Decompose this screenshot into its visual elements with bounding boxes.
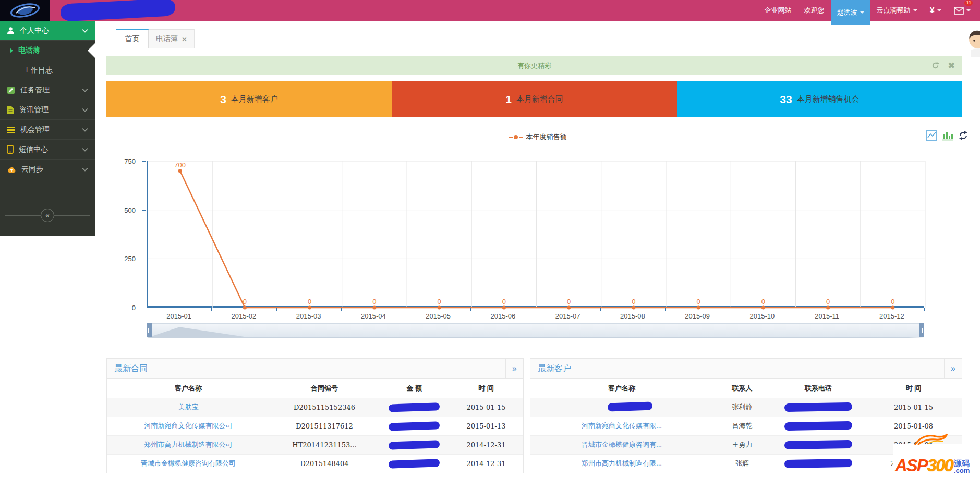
customer-cell: 河南新宛商文化传媒有限公司 — [107, 417, 270, 435]
sidebar-item-news-management[interactable]: 资讯管理 — [0, 100, 95, 120]
customer-cell: 美肤宝 — [530, 398, 713, 417]
column-header: 客户名称 — [107, 379, 270, 398]
customer-link[interactable]: 晋城市金橄榄健康咨询有... — [582, 441, 662, 448]
customer-link[interactable]: 晋城市金橄榄健康咨询有限公司 — [141, 459, 236, 467]
panel-header: 最新合同 » — [107, 359, 523, 379]
sidebar-item-sms-center[interactable]: 短信中心 — [0, 140, 95, 160]
panel-title: 最新合同 — [114, 363, 505, 374]
mail-badge: 11 — [964, 0, 973, 6]
close-icon[interactable]: ✖ — [948, 60, 955, 70]
data-point-label: 0 — [567, 298, 571, 305]
customer-link[interactable]: 郑州市高力机械制造有限公司 — [144, 441, 233, 448]
panel-header: 最新客户 » — [530, 359, 962, 379]
sales-line-chart[interactable]: 70000000000000 — [147, 161, 924, 308]
topbar-link-welcome[interactable]: 欢迎您 — [798, 0, 831, 21]
customer-link[interactable]: 河南新宛商文化传媒有限公司 — [144, 422, 233, 430]
stat-value: 3 — [220, 93, 226, 106]
stat-label: 本月新增合同 — [516, 94, 563, 104]
x-axis-label: 2015-02 — [232, 312, 257, 320]
mascot-avatar[interactable] — [964, 28, 980, 59]
sidebar-item-cloud-sync[interactable]: 云同步 — [0, 160, 95, 179]
x-axis-tick — [795, 308, 795, 311]
chart-point-labels: 70000000000000 — [148, 161, 925, 308]
x-axis-label: 2015-05 — [426, 312, 451, 320]
watermark-text: .com — [954, 467, 970, 474]
x-axis-label: 2015-10 — [750, 312, 775, 320]
customer-link[interactable]: 美肤宝 — [178, 403, 199, 411]
watermark-text: 源码 — [954, 459, 970, 467]
x-axis-tick — [730, 308, 730, 311]
topbar-help-menu[interactable]: 云点滴帮助 — [870, 0, 924, 21]
sidebar-collapse-toggle[interactable]: « — [0, 204, 95, 226]
y-axis-tick — [142, 259, 146, 259]
tab-label: 首页 — [125, 34, 140, 44]
phone-cell — [771, 454, 865, 473]
line-chart-icon[interactable] — [926, 130, 937, 141]
sidebar-item-task-management[interactable]: 任务管理 — [0, 80, 95, 100]
customer-link[interactable]: 郑州市高力机械制造有限... — [582, 459, 662, 467]
y-axis-label: 500 — [124, 206, 136, 214]
sidebar-item-phonebook[interactable]: 电话薄 — [0, 41, 95, 60]
x-axis-tick — [276, 308, 277, 311]
topbar-user-menu[interactable]: 赵洪波 — [831, 0, 870, 25]
caret-down-icon — [966, 9, 971, 11]
stat-new-customers[interactable]: 3 本月新增客户 — [106, 81, 392, 117]
legend-marker-icon — [509, 135, 523, 139]
topbar-currency-menu[interactable]: ¥ — [924, 0, 948, 21]
refresh-icon[interactable] — [931, 61, 940, 70]
topbar-link-site[interactable]: 企业网站 — [758, 0, 798, 21]
y-axis-label: 0 — [132, 304, 136, 312]
x-axis-label: 2015-11 — [815, 312, 839, 320]
stat-new-contracts[interactable]: 1 本月新增合同 — [392, 81, 677, 117]
customer-cell: 郑州市高力机械制造有限... — [530, 454, 713, 473]
x-axis-tick — [536, 308, 536, 311]
stat-label: 本月新增客户 — [231, 94, 278, 104]
customer-cell: 郑州市高力机械制造有限公司 — [107, 435, 270, 454]
tab-phonebook[interactable]: 电话薄 ✕ — [149, 29, 195, 48]
date-cell: 2014-12-31 — [449, 454, 523, 473]
sidebar-item-personal-center[interactable]: 个人中心 — [0, 21, 95, 41]
contract-code-cell: D201511317612 — [270, 417, 379, 435]
y-axis-label: 250 — [124, 255, 136, 263]
data-point-label: 700 — [174, 161, 186, 169]
topbar: 企业网站 欢迎您 赵洪波 云点滴帮助 ¥ 11 — [0, 0, 980, 21]
customer-link[interactable]: 河南新宛商文化传媒有限... — [582, 422, 662, 430]
x-axis-tick — [341, 308, 342, 311]
tab-home[interactable]: 首页 — [116, 29, 149, 48]
redacted-amount — [389, 421, 440, 431]
topbar-mail-menu[interactable]: 11 — [948, 0, 977, 21]
datazoom-left-handle[interactable] — [147, 323, 152, 337]
datazoom-shadow — [147, 324, 925, 338]
data-point-label: 0 — [697, 298, 700, 305]
redacted-amount — [389, 440, 440, 449]
customer-cell: 河南新宛商文化传媒有限... — [530, 417, 713, 435]
sidebar-item-label: 云同步 — [21, 165, 82, 174]
legend-item-sales[interactable]: 本年度销售额 — [509, 132, 567, 142]
sidebar-item-worklog[interactable]: 工作日志 — [0, 60, 95, 80]
close-icon[interactable]: ✕ — [182, 35, 187, 43]
chevron-down-icon — [82, 108, 88, 112]
datazoom-right-handle[interactable] — [919, 323, 924, 337]
contact-cell: 张利静 — [713, 398, 771, 417]
more-button[interactable]: » — [505, 359, 523, 378]
sidebar-item-label: 个人中心 — [20, 26, 82, 35]
stat-new-opportunities[interactable]: 33 本月新增销售机会 — [677, 81, 962, 117]
refresh-icon[interactable] — [958, 130, 969, 141]
notice-bar: 有你更精彩 ✖ — [106, 56, 962, 75]
legend-label: 本年度销售额 — [526, 132, 567, 142]
table-header-row: 客户名称 联系人 联系电话 时 间 — [530, 379, 962, 398]
app-logo[interactable] — [0, 0, 50, 21]
more-button[interactable]: » — [944, 359, 962, 378]
phone-cell — [771, 398, 865, 417]
topbar-menu: 企业网站 欢迎您 赵洪波 云点滴帮助 ¥ 11 — [758, 0, 977, 21]
sidebar-item-opportunity-management[interactable]: 机会管理 — [0, 120, 95, 140]
x-axis-label: 2015-08 — [620, 312, 645, 320]
bar-chart-icon[interactable] — [942, 130, 953, 141]
caret-right-icon — [10, 48, 13, 53]
datazoom-slider[interactable] — [147, 323, 924, 337]
x-axis-tick — [211, 308, 212, 311]
sidebar-item-label: 短信中心 — [19, 145, 82, 154]
data-point-label: 0 — [632, 298, 635, 305]
tab-label: 电话薄 — [156, 34, 178, 44]
logo-swirl-icon — [9, 3, 41, 18]
